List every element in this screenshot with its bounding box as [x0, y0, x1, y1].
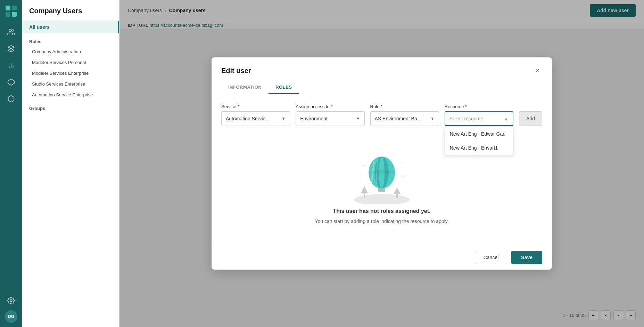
- role-field-group: Role * AS Environment Ba... ▼: [370, 104, 439, 126]
- assign-select[interactable]: Environment ▼: [296, 111, 364, 126]
- main-content: Company users › Company users Add new us…: [119, 0, 644, 327]
- resource-field-group: Resource * Select resource ▲ New Art Eng…: [445, 104, 513, 126]
- svg-point-27: [397, 170, 398, 171]
- modal-header: Edit user ×: [212, 57, 552, 75]
- add-role-button[interactable]: Add: [519, 111, 542, 126]
- service-field-group: Service * Automation Servic... ▼: [221, 104, 290, 126]
- svg-rect-14: [396, 193, 398, 198]
- svg-point-24: [369, 170, 395, 174]
- nav-automation-enterprise[interactable]: Automation Service Enterprise: [22, 89, 119, 100]
- svg-marker-5: [8, 46, 14, 49]
- modal-overlay: Edit user × INFORMATION ROLES Service *: [119, 0, 644, 327]
- user-avatar[interactable]: DG: [5, 310, 17, 323]
- service-select[interactable]: Automation Servic... ▼: [221, 111, 290, 126]
- app-logo[interactable]: [4, 4, 18, 18]
- service-value: Automation Servic...: [226, 116, 269, 121]
- resource-option-1[interactable]: New Art Eng - Envart1: [445, 141, 513, 155]
- resource-option-0[interactable]: New Art Eng - Edwar Gar.: [445, 127, 513, 141]
- form-row: Service * Automation Servic... ▼ Assign …: [221, 104, 542, 126]
- svg-marker-13: [361, 186, 368, 193]
- left-panel-title: Company Users: [29, 7, 112, 15]
- svg-point-25: [364, 165, 365, 166]
- svg-rect-3: [12, 12, 17, 17]
- hexagon-nav-icon[interactable]: [4, 75, 18, 89]
- tab-information[interactable]: INFORMATION: [221, 81, 269, 94]
- role-label: Role *: [370, 104, 439, 109]
- left-panel-header: Company Users: [22, 0, 119, 21]
- resource-select[interactable]: Select resource ▲: [445, 111, 513, 126]
- modal-footer: Cancel Save: [212, 245, 552, 270]
- modal-title: Edit user: [221, 67, 251, 75]
- nav-roles-section: Roles: [22, 33, 119, 46]
- empty-state-subtitle: You can start by adding a role indicatin…: [315, 218, 448, 224]
- left-nav-panel: Company Users All users Roles Company Ad…: [22, 0, 119, 327]
- svg-point-4: [9, 29, 11, 32]
- svg-point-11: [354, 194, 410, 204]
- svg-marker-15: [394, 187, 401, 194]
- svg-point-28: [361, 176, 362, 177]
- service-label: Service *: [221, 104, 290, 109]
- users-nav-icon[interactable]: [4, 25, 18, 39]
- svg-rect-0: [6, 6, 10, 10]
- tab-roles[interactable]: ROLES: [269, 81, 299, 94]
- nav-all-users[interactable]: All users: [22, 21, 119, 33]
- role-chevron-icon: ▼: [430, 116, 435, 121]
- svg-point-29: [402, 175, 403, 177]
- svg-point-10: [10, 300, 12, 302]
- assign-field-group: Assign access to * Environment ▼: [296, 104, 364, 126]
- edit-user-modal: Edit user × INFORMATION ROLES Service *: [212, 57, 552, 270]
- svg-rect-12: [364, 193, 365, 198]
- service-chevron-icon: ▼: [281, 116, 286, 121]
- resource-chevron-icon: ▲: [504, 116, 509, 121]
- role-value: AS Environment Ba...: [375, 116, 421, 121]
- empty-state-illustration: [344, 148, 420, 204]
- svg-marker-9: [8, 79, 14, 85]
- resource-label: Resource *: [445, 104, 513, 109]
- nav-modeler-personal[interactable]: Modeler Services Personal: [22, 57, 119, 68]
- modal-close-button[interactable]: ×: [532, 66, 542, 75]
- resource-dropdown: New Art Eng - Edwar Gar. New Art Eng - E…: [445, 127, 513, 155]
- chart-nav-icon[interactable]: [4, 58, 18, 72]
- cancel-button[interactable]: Cancel: [475, 251, 507, 264]
- layers-nav-icon[interactable]: [4, 42, 18, 56]
- sidebar: DG: [0, 0, 22, 327]
- modal-tabs: INFORMATION ROLES: [212, 75, 552, 94]
- save-button[interactable]: Save: [511, 251, 542, 264]
- nav-company-administration[interactable]: Company Administration: [22, 46, 119, 57]
- assign-chevron-icon: ▼: [356, 116, 360, 121]
- hexagon2-nav-icon[interactable]: [4, 92, 18, 106]
- svg-rect-2: [6, 12, 10, 17]
- svg-point-26: [401, 162, 402, 163]
- nav-studio-enterprise[interactable]: Studio Services Enterprise: [22, 79, 119, 89]
- modal-body: Service * Automation Servic... ▼ Assign …: [212, 94, 552, 245]
- resource-placeholder: Select resource: [449, 116, 483, 121]
- role-select[interactable]: AS Environment Ba... ▼: [370, 111, 439, 126]
- settings-icon[interactable]: [4, 294, 18, 308]
- assign-label: Assign access to *: [296, 104, 364, 109]
- assign-value: Environment: [300, 116, 328, 121]
- nav-groups-section: Groups: [22, 100, 119, 113]
- nav-modeler-enterprise[interactable]: Modeler Services Enterprise: [22, 68, 119, 79]
- empty-state-title: This user has not roles assigned yet.: [333, 208, 431, 214]
- add-role-button-wrapper: Add: [519, 111, 542, 126]
- svg-rect-1: [12, 6, 17, 10]
